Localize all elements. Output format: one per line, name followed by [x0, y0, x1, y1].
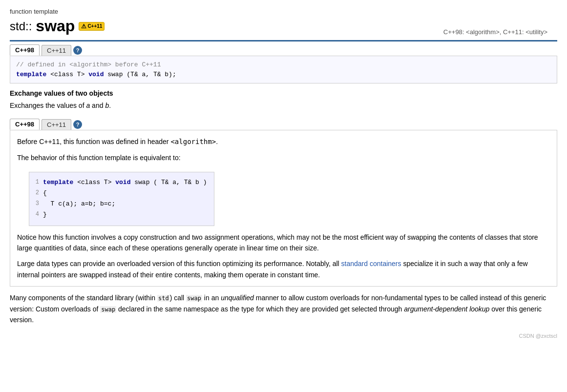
adl-em: argument-dependent lookup [404, 305, 489, 313]
warning-label: C++11 [87, 23, 102, 29]
notice-para2: Large data types can provide an overload… [17, 258, 550, 280]
notice-line2: The behavior of this function template i… [17, 152, 550, 163]
tab-cpp11-1[interactable]: C++11 [42, 45, 71, 56]
tab-cpp98-1[interactable]: C++98 [10, 44, 40, 56]
warning-badge: ⚠ C++11 [79, 22, 105, 31]
code-line-comment: // defined in <algorithm> before C++11 [16, 60, 551, 70]
code-box-1: // defined in <algorithm> before C++11 t… [10, 56, 557, 83]
equivalent-code-box: 1 template <class T> void swap ( T& a, T… [29, 172, 214, 226]
code-eq-line3: 3 T c(a); a=b; b=c; [31, 199, 212, 209]
help-icon-1[interactable]: ? [73, 46, 82, 55]
code-eq-line2: 2 { [31, 188, 212, 199]
unqualified-em: unqualified [221, 294, 254, 302]
description-text: Exchanges the values of a and b. [10, 100, 557, 111]
std-code: std [157, 295, 170, 302]
warning-icon: ⚠ [81, 23, 86, 30]
page-title: function template [10, 8, 557, 15]
notice-line1: Before C++11, this function was defined … [17, 136, 550, 147]
code-line-template: template <class T> void swap (T& a, T& b… [16, 70, 551, 80]
code-eq-line4: 4 } [31, 209, 212, 220]
notice-box: Before C++11, this function was defined … [10, 130, 557, 287]
description-bold: Exchange values of two objects [10, 89, 557, 97]
title-prefix: std:: [10, 20, 32, 33]
tab-cpp98-2[interactable]: C++98 [10, 119, 40, 130]
swap-code-1: swap [186, 295, 202, 302]
notice-para1: Notice how this function involves a copy… [17, 232, 550, 254]
title-name: swap [36, 17, 75, 35]
standard-containers-link[interactable]: standard containers [341, 260, 401, 268]
code-eq-line1: 1 template <class T> void swap ( T& a, T… [31, 177, 212, 188]
tab-cpp11-2[interactable]: C++11 [42, 119, 71, 130]
swap-code-2: swap [100, 306, 116, 313]
tab-row-2: C++98 C++11 ? [10, 116, 557, 130]
tab-row-1: C++98 C++11 ? [10, 41, 557, 56]
help-icon-2[interactable]: ? [73, 120, 82, 129]
header-right-info: C++98: <algorithm>, C++11: <utility> [443, 28, 547, 36]
bottom-paragraph: Many components of the standard library … [10, 292, 557, 325]
footer-note: CSDN @zxctscl [10, 333, 557, 339]
